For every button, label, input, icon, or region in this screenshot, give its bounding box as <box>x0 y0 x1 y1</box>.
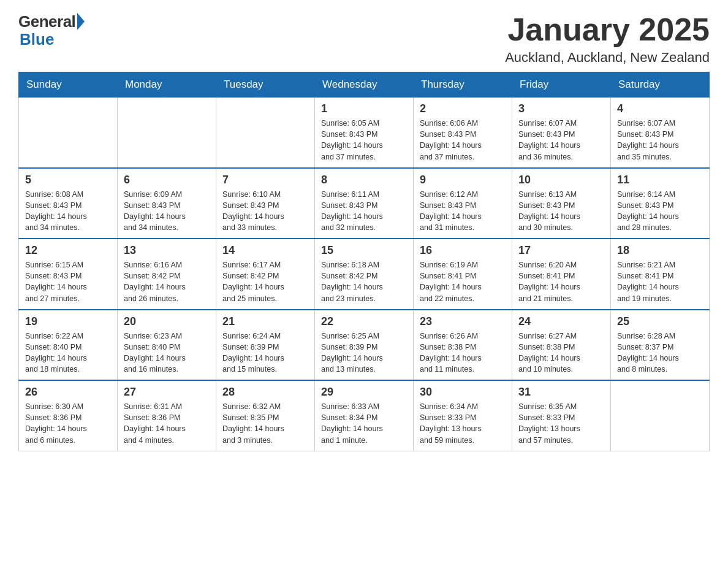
day-info: Sunrise: 6:17 AM Sunset: 8:42 PM Dayligh… <box>222 259 308 304</box>
day-info: Sunrise: 6:23 AM Sunset: 8:40 PM Dayligh… <box>124 331 210 375</box>
day-info: Sunrise: 6:22 AM Sunset: 8:40 PM Dayligh… <box>25 331 111 375</box>
day-number: 15 <box>321 244 407 257</box>
day-info: Sunrise: 6:06 AM Sunset: 8:43 PM Dayligh… <box>420 118 506 163</box>
day-info: Sunrise: 6:19 AM Sunset: 8:41 PM Dayligh… <box>420 259 506 304</box>
table-cell: 3Sunrise: 6:07 AM Sunset: 8:43 PM Daylig… <box>512 98 611 168</box>
day-number: 22 <box>321 315 407 328</box>
day-number: 9 <box>420 174 506 186</box>
day-info: Sunrise: 6:25 AM Sunset: 8:39 PM Dayligh… <box>321 331 407 375</box>
day-number: 13 <box>124 244 210 257</box>
calendar-table: SundayMondayTuesdayWednesdayThursdayFrid… <box>18 72 710 451</box>
table-cell: 29Sunrise: 6:33 AM Sunset: 8:34 PM Dayli… <box>315 380 414 451</box>
weekday-header-wednesday: Wednesday <box>315 72 414 98</box>
day-number: 3 <box>518 102 604 115</box>
day-info: Sunrise: 6:11 AM Sunset: 8:43 PM Dayligh… <box>321 189 407 234</box>
table-cell: 30Sunrise: 6:34 AM Sunset: 8:33 PM Dayli… <box>414 380 512 451</box>
table-cell: 9Sunrise: 6:12 AM Sunset: 8:43 PM Daylig… <box>414 168 512 239</box>
weekday-header-thursday: Thursday <box>414 72 512 98</box>
table-cell: 14Sunrise: 6:17 AM Sunset: 8:42 PM Dayli… <box>216 239 315 310</box>
day-info: Sunrise: 6:30 AM Sunset: 8:36 PM Dayligh… <box>25 401 111 446</box>
table-cell: 23Sunrise: 6:26 AM Sunset: 8:38 PM Dayli… <box>414 310 512 381</box>
day-number: 5 <box>25 174 111 186</box>
logo-triangle-icon <box>77 13 85 30</box>
table-cell: 7Sunrise: 6:10 AM Sunset: 8:43 PM Daylig… <box>216 168 315 239</box>
day-info: Sunrise: 6:18 AM Sunset: 8:42 PM Dayligh… <box>321 259 407 304</box>
week-row-4: 19Sunrise: 6:22 AM Sunset: 8:40 PM Dayli… <box>19 310 710 381</box>
weekday-header-saturday: Saturday <box>611 72 710 98</box>
week-row-2: 5Sunrise: 6:08 AM Sunset: 8:43 PM Daylig… <box>19 168 710 239</box>
weekday-header-row: SundayMondayTuesdayWednesdayThursdayFrid… <box>19 72 710 98</box>
day-info: Sunrise: 6:10 AM Sunset: 8:43 PM Dayligh… <box>222 189 308 234</box>
day-info: Sunrise: 6:24 AM Sunset: 8:39 PM Dayligh… <box>222 331 308 375</box>
day-info: Sunrise: 6:26 AM Sunset: 8:38 PM Dayligh… <box>420 331 506 375</box>
day-number: 1 <box>321 102 407 115</box>
day-number: 4 <box>617 102 703 115</box>
day-info: Sunrise: 6:21 AM Sunset: 8:41 PM Dayligh… <box>617 259 703 304</box>
day-info: Sunrise: 6:05 AM Sunset: 8:43 PM Dayligh… <box>321 118 407 163</box>
day-number: 20 <box>124 315 210 328</box>
day-number: 23 <box>420 315 506 328</box>
weekday-header-friday: Friday <box>512 72 611 98</box>
weekday-header-sunday: Sunday <box>19 72 118 98</box>
table-cell: 26Sunrise: 6:30 AM Sunset: 8:36 PM Dayli… <box>19 380 118 451</box>
table-cell <box>216 98 315 168</box>
day-info: Sunrise: 6:07 AM Sunset: 8:43 PM Dayligh… <box>518 118 604 163</box>
table-cell: 19Sunrise: 6:22 AM Sunset: 8:40 PM Dayli… <box>19 310 118 381</box>
table-cell: 22Sunrise: 6:25 AM Sunset: 8:39 PM Dayli… <box>315 310 414 381</box>
day-info: Sunrise: 6:33 AM Sunset: 8:34 PM Dayligh… <box>321 401 407 446</box>
day-number: 2 <box>420 102 506 115</box>
table-cell: 25Sunrise: 6:28 AM Sunset: 8:37 PM Dayli… <box>611 310 710 381</box>
day-info: Sunrise: 6:35 AM Sunset: 8:33 PM Dayligh… <box>518 401 604 446</box>
day-number: 19 <box>25 315 111 328</box>
logo: General Blue <box>18 12 85 49</box>
day-info: Sunrise: 6:28 AM Sunset: 8:37 PM Dayligh… <box>617 331 703 375</box>
table-cell: 12Sunrise: 6:15 AM Sunset: 8:43 PM Dayli… <box>19 239 118 310</box>
day-number: 31 <box>518 386 604 399</box>
logo-blue-text: Blue <box>18 30 54 49</box>
day-info: Sunrise: 6:09 AM Sunset: 8:43 PM Dayligh… <box>124 189 210 234</box>
day-info: Sunrise: 6:31 AM Sunset: 8:36 PM Dayligh… <box>124 401 210 446</box>
day-info: Sunrise: 6:14 AM Sunset: 8:43 PM Dayligh… <box>617 189 703 234</box>
page-header: General Blue January 2025 Auckland, Auck… <box>18 12 710 66</box>
table-cell: 18Sunrise: 6:21 AM Sunset: 8:41 PM Dayli… <box>611 239 710 310</box>
day-number: 24 <box>518 315 604 328</box>
table-cell: 2Sunrise: 6:06 AM Sunset: 8:43 PM Daylig… <box>414 98 512 168</box>
table-cell: 6Sunrise: 6:09 AM Sunset: 8:43 PM Daylig… <box>118 168 216 239</box>
day-number: 8 <box>321 174 407 186</box>
day-number: 6 <box>124 174 210 186</box>
table-cell: 16Sunrise: 6:19 AM Sunset: 8:41 PM Dayli… <box>414 239 512 310</box>
table-cell: 11Sunrise: 6:14 AM Sunset: 8:43 PM Dayli… <box>611 168 710 239</box>
day-number: 26 <box>25 386 111 399</box>
day-number: 21 <box>222 315 308 328</box>
table-cell: 28Sunrise: 6:32 AM Sunset: 8:35 PM Dayli… <box>216 380 315 451</box>
day-number: 10 <box>518 174 604 186</box>
day-number: 30 <box>420 386 506 399</box>
day-info: Sunrise: 6:16 AM Sunset: 8:42 PM Dayligh… <box>124 259 210 304</box>
title-section: January 2025 Auckland, Auckland, New Zea… <box>505 12 710 66</box>
table-cell: 5Sunrise: 6:08 AM Sunset: 8:43 PM Daylig… <box>19 168 118 239</box>
table-cell: 20Sunrise: 6:23 AM Sunset: 8:40 PM Dayli… <box>118 310 216 381</box>
table-cell: 21Sunrise: 6:24 AM Sunset: 8:39 PM Dayli… <box>216 310 315 381</box>
table-cell <box>19 98 118 168</box>
day-number: 11 <box>617 174 703 186</box>
day-number: 18 <box>617 244 703 257</box>
day-number: 16 <box>420 244 506 257</box>
table-cell <box>611 380 710 451</box>
week-row-3: 12Sunrise: 6:15 AM Sunset: 8:43 PM Dayli… <box>19 239 710 310</box>
day-number: 7 <box>222 174 308 186</box>
weekday-header-monday: Monday <box>118 72 216 98</box>
day-number: 14 <box>222 244 308 257</box>
day-info: Sunrise: 6:34 AM Sunset: 8:33 PM Dayligh… <box>420 401 506 446</box>
day-number: 28 <box>222 386 308 399</box>
day-info: Sunrise: 6:32 AM Sunset: 8:35 PM Dayligh… <box>222 401 308 446</box>
table-cell: 8Sunrise: 6:11 AM Sunset: 8:43 PM Daylig… <box>315 168 414 239</box>
table-cell: 1Sunrise: 6:05 AM Sunset: 8:43 PM Daylig… <box>315 98 414 168</box>
day-number: 29 <box>321 386 407 399</box>
month-title: January 2025 <box>505 12 710 47</box>
table-cell <box>118 98 216 168</box>
logo-general-text: General <box>18 12 75 31</box>
location-text: Auckland, Auckland, New Zealand <box>505 50 710 66</box>
day-info: Sunrise: 6:12 AM Sunset: 8:43 PM Dayligh… <box>420 189 506 234</box>
day-info: Sunrise: 6:27 AM Sunset: 8:38 PM Dayligh… <box>518 331 604 375</box>
table-cell: 31Sunrise: 6:35 AM Sunset: 8:33 PM Dayli… <box>512 380 611 451</box>
